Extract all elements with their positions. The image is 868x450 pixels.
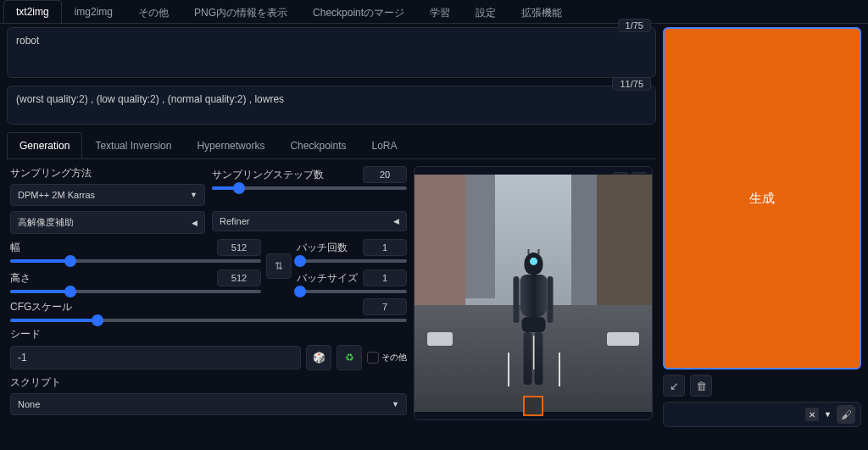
- sampling-steps-slider[interactable]: [212, 186, 407, 190]
- batch-count-value[interactable]: 1: [363, 239, 407, 256]
- tab-img2img[interactable]: img2img: [62, 0, 125, 23]
- sub-tabs: GenerationTextual InversionHypernetworks…: [7, 132, 656, 159]
- chevron-down-icon: ▼: [392, 400, 399, 408]
- tab-png内の情報を表示[interactable]: PNG内の情報を表示: [181, 0, 300, 23]
- sampling-method-label: サンプリング方法: [10, 166, 205, 181]
- clear-button[interactable]: 🗑: [690, 375, 712, 397]
- batch-count-slider[interactable]: [297, 259, 407, 263]
- height-label: 高さ: [10, 271, 31, 286]
- refiner-toggle[interactable]: Refiner ◀: [212, 211, 407, 231]
- subtab-textual-inversion[interactable]: Textual Inversion: [82, 132, 184, 158]
- generated-image[interactable]: [415, 175, 652, 412]
- script-select[interactable]: None ▼: [10, 393, 407, 415]
- seed-extra-label: その他: [381, 353, 407, 362]
- subtab-lora[interactable]: LoRA: [359, 132, 410, 158]
- neg-prompt-counter: 11/75: [612, 77, 651, 91]
- hires-fix-toggle[interactable]: 高解像度補助 ◀: [10, 211, 205, 234]
- batch-count-label: バッチ回数: [297, 241, 348, 255]
- prompt-input[interactable]: robot: [7, 27, 656, 78]
- negative-prompt-input[interactable]: (worst quality:2) , (low quality:2) , (n…: [7, 86, 656, 125]
- preview-panel: ⤓ ✕: [414, 166, 653, 420]
- top-tabs: txt2imgimg2imgその他PNG内の情報を表示Checkpointのマー…: [0, 0, 868, 24]
- batch-size-label: バッチサイズ: [297, 271, 358, 286]
- subtab-hypernetworks[interactable]: Hypernetworks: [184, 132, 277, 158]
- hires-label: 高解像度補助: [18, 216, 74, 229]
- interrogate-button[interactable]: ↙: [663, 375, 685, 397]
- tab-拡張機能[interactable]: 拡張機能: [509, 0, 575, 23]
- swap-dimensions-button[interactable]: ⇅: [266, 253, 292, 279]
- script-value: None: [18, 399, 40, 409]
- edit-styles-button[interactable]: 🖌: [837, 405, 855, 424]
- generate-button[interactable]: 生成: [663, 27, 861, 369]
- chevron-down-icon: ▼: [824, 410, 832, 419]
- tab-学習[interactable]: 学習: [417, 0, 463, 23]
- seed-extra-checkbox[interactable]: [367, 352, 379, 364]
- tab-設定[interactable]: 設定: [463, 0, 509, 23]
- cfg-label: CFGスケール: [10, 300, 72, 314]
- tab-その他[interactable]: その他: [125, 0, 181, 23]
- width-value[interactable]: 512: [217, 239, 261, 256]
- styles-select[interactable]: ✕ ▼ 🖌: [663, 402, 861, 427]
- width-slider[interactable]: [10, 259, 261, 263]
- sampling-method-value: DPM++ 2M Karras: [18, 190, 95, 200]
- script-label: スクリプト: [10, 375, 407, 390]
- cfg-slider[interactable]: [10, 319, 407, 322]
- seed-label: シード: [10, 327, 407, 342]
- subtab-generation[interactable]: Generation: [7, 132, 82, 158]
- x-icon: ✕: [805, 408, 819, 421]
- refiner-label: Refiner: [220, 216, 249, 226]
- triangle-left-icon: ◀: [393, 217, 399, 225]
- width-label: 幅: [10, 241, 20, 255]
- seed-input[interactable]: [10, 346, 301, 369]
- seed-reuse-button[interactable]: ♻: [337, 345, 362, 370]
- height-slider[interactable]: [10, 290, 261, 293]
- chevron-down-icon: ▼: [190, 191, 198, 199]
- cfg-value[interactable]: 7: [363, 298, 407, 315]
- batch-size-value[interactable]: 1: [363, 269, 407, 286]
- height-value[interactable]: 512: [217, 269, 261, 286]
- sampling-method-select[interactable]: DPM++ 2M Karras ▼: [10, 184, 205, 206]
- subtab-checkpoints[interactable]: Checkpoints: [277, 132, 359, 158]
- sampling-steps-value[interactable]: 20: [363, 166, 407, 183]
- tab-checkpointのマージ[interactable]: Checkpointのマージ: [300, 0, 417, 23]
- tab-txt2img[interactable]: txt2img: [3, 0, 62, 23]
- seed-random-button[interactable]: 🎲: [306, 345, 331, 370]
- prompt-counter: 1/75: [618, 19, 651, 32]
- gallery-thumbnail[interactable]: [523, 396, 543, 416]
- batch-size-slider[interactable]: [297, 290, 407, 293]
- triangle-left-icon: ◀: [192, 219, 198, 227]
- sampling-steps-label: サンプリングステップ数: [212, 168, 324, 182]
